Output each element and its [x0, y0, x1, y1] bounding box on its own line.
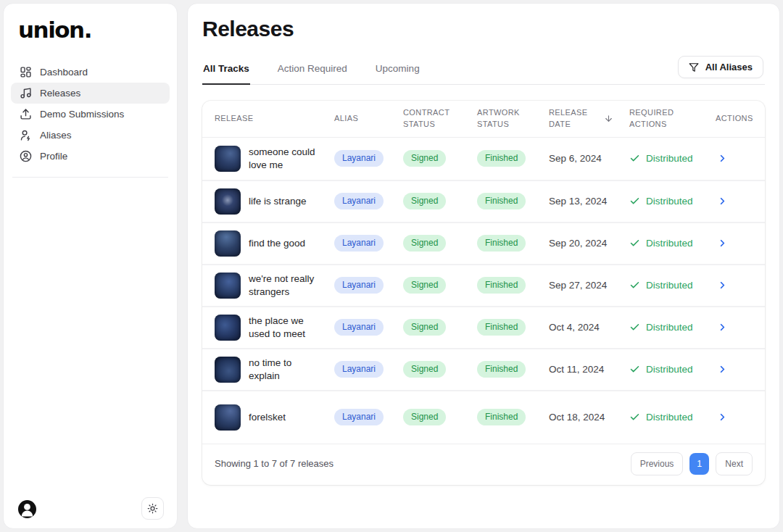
table-row[interactable]: no time to explain Layanari Signed Finis… [202, 348, 765, 390]
sidebar-item-label: Aliases [40, 130, 72, 141]
theme-toggle-button[interactable] [141, 497, 164, 520]
user-avatar[interactable] [18, 500, 36, 518]
user-circle-icon [20, 150, 32, 162]
alias-badge: Layanari [334, 277, 384, 294]
sidebar-item-profile[interactable]: Profile [11, 146, 170, 167]
release-artwork [215, 230, 241, 257]
column-release-date[interactable]: RELEASE DATE [549, 107, 629, 130]
artwork-status-badge: Finished [477, 319, 526, 336]
alias-badge: Layanari [334, 235, 384, 252]
required-action-label: Distributed [646, 196, 693, 207]
page-title: Releases [202, 17, 765, 41]
required-actions-cell: Distributed [629, 364, 716, 375]
row-expand-button[interactable] [716, 151, 729, 165]
table-footer: Showing 1 to 7 of 7 releases Previous 1 … [202, 444, 765, 485]
release-date-value: Sep 20, 2024 [549, 238, 629, 249]
page-1-button[interactable]: 1 [689, 453, 709, 475]
check-icon [629, 280, 640, 291]
check-icon [629, 364, 640, 375]
check-icon [629, 196, 640, 207]
alias-badge: Layanari [334, 193, 384, 209]
sidebar-item-dashboard[interactable]: Dashboard [11, 62, 170, 83]
required-action-label: Distributed [646, 322, 693, 333]
table-row[interactable]: find the good Layanari Signed Finished S… [202, 222, 765, 264]
sidebar-item-demo-submissions[interactable]: Demo Submissions [11, 104, 170, 125]
release-cell: the place we used to meet [215, 315, 334, 341]
required-actions-cell: Distributed [629, 412, 716, 423]
release-title: forelsket [249, 411, 286, 424]
sun-icon [147, 503, 158, 514]
row-expand-button[interactable] [716, 278, 729, 292]
chevron-right-icon [717, 364, 728, 375]
table-row[interactable]: the place we used to meet Layanari Signe… [202, 306, 765, 348]
avatar-person-icon [18, 500, 36, 518]
required-actions-cell: Distributed [629, 153, 716, 164]
alias-filter-label: All Aliases [705, 62, 753, 72]
tab-upcoming[interactable]: Upcoming [375, 60, 420, 85]
table-row[interactable]: we're not really strangers Layanari Sign… [202, 264, 765, 306]
chevron-right-icon [717, 280, 728, 291]
sidebar-footer [4, 492, 177, 521]
column-artwork-status: ARTWORK STATUS [477, 107, 549, 130]
row-expand-button[interactable] [716, 236, 729, 250]
row-expand-button[interactable] [716, 410, 729, 424]
release-cell: forelsket [215, 404, 334, 431]
artwork-status-badge: Finished [477, 235, 526, 252]
contract-status-badge: Signed [403, 150, 446, 167]
release-cell: find the good [215, 230, 334, 257]
sidebar-item-aliases[interactable]: Aliases [11, 125, 170, 146]
results-summary: Showing 1 to 7 of 7 releases [215, 458, 334, 469]
release-artwork [215, 315, 241, 341]
release-title: the place we used to meet [249, 315, 317, 340]
upload-icon [20, 108, 32, 120]
row-expand-button[interactable] [716, 194, 729, 208]
release-cell: we're not really strangers [215, 273, 334, 299]
required-action-label: Distributed [646, 280, 693, 291]
chevron-right-icon [717, 322, 728, 333]
release-artwork [215, 273, 241, 299]
artwork-status-badge: Finished [477, 277, 526, 294]
sidebar-item-releases[interactable]: Releases [11, 83, 170, 104]
release-artwork [215, 146, 241, 172]
app-window: union. Dashboard Releases Demo Submissio… [0, 0, 783, 532]
chevron-right-icon [717, 153, 728, 164]
alias-filter-button[interactable]: All Aliases [678, 56, 763, 78]
sidebar-divider [12, 177, 168, 178]
tab-all-tracks[interactable]: All Tracks [202, 60, 250, 85]
artwork-status-badge: Finished [477, 409, 526, 425]
check-icon [629, 238, 640, 249]
table-row[interactable]: someone could love me Layanari Signed Fi… [202, 138, 765, 180]
chevron-right-icon [717, 196, 728, 207]
sidebar-nav: Dashboard Releases Demo Submissions Alia… [11, 62, 170, 167]
check-icon [629, 153, 640, 164]
next-page-button[interactable]: Next [716, 452, 753, 475]
releases-table: RELEASE ALIAS CONTRACT STATUS ARTWORK ST… [202, 101, 765, 485]
tabs-bar: All Tracks Action Required Upcoming All … [202, 60, 765, 85]
previous-page-button[interactable]: Previous [631, 452, 684, 475]
column-alias: ALIAS [334, 113, 403, 125]
artwork-status-badge: Finished [477, 361, 526, 378]
alias-badge: Layanari [334, 409, 384, 425]
release-cell: no time to explain [215, 357, 334, 383]
contract-status-badge: Signed [403, 235, 446, 252]
table-row[interactable]: forelsket Layanari Signed Finished Oct 1… [202, 390, 765, 444]
chevron-right-icon [717, 238, 728, 249]
release-cell: someone could love me [215, 146, 334, 172]
row-expand-button[interactable] [716, 320, 729, 334]
release-date-value: Oct 18, 2024 [549, 412, 629, 423]
alias-badge: Layanari [334, 150, 384, 167]
column-actions: ACTIONS [716, 113, 761, 125]
contract-status-badge: Signed [403, 319, 446, 336]
tab-action-required[interactable]: Action Required [277, 60, 348, 85]
table-header-row: RELEASE ALIAS CONTRACT STATUS ARTWORK ST… [202, 101, 765, 138]
funnel-filter-icon [689, 62, 699, 72]
alias-badge: Layanari [334, 361, 384, 378]
required-action-label: Distributed [646, 412, 693, 423]
row-expand-button[interactable] [716, 362, 729, 376]
sidebar-item-label: Dashboard [40, 67, 88, 78]
release-date-value: Sep 27, 2024 [549, 280, 629, 291]
artwork-status-badge: Finished [477, 193, 526, 209]
table-row[interactable]: life is strange Layanari Signed Finished… [202, 180, 765, 222]
release-title: life is strange [249, 195, 307, 208]
column-required-actions: REQUIRED ACTIONS [629, 107, 716, 130]
